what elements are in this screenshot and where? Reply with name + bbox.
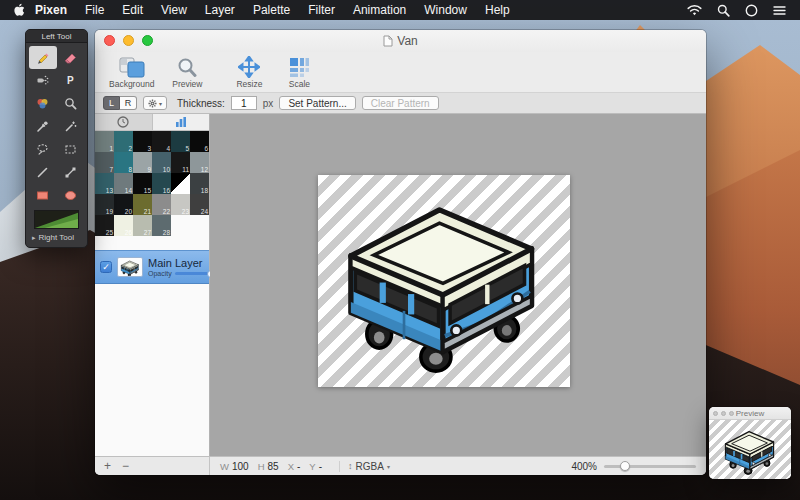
swatch-number: 12 bbox=[201, 166, 208, 173]
canvas-area[interactable] bbox=[210, 114, 706, 456]
palette-swatch-1[interactable]: 1 bbox=[95, 131, 114, 152]
palette-swatch-18[interactable]: 18 bbox=[190, 173, 209, 194]
menu-item-view[interactable]: View bbox=[152, 0, 196, 20]
menu-item-file[interactable]: File bbox=[76, 0, 113, 20]
menu-item-animation[interactable]: Animation bbox=[344, 0, 415, 20]
palette-swatch-13[interactable]: 13 bbox=[95, 173, 114, 194]
palette-swatch-20[interactable]: 20 bbox=[114, 194, 133, 215]
palette-swatch-11[interactable]: 11 bbox=[171, 152, 190, 173]
tab-history[interactable] bbox=[95, 114, 152, 130]
menu-item-layer[interactable]: Layer bbox=[196, 0, 244, 20]
menu-item-filter[interactable]: Filter bbox=[299, 0, 344, 20]
cursor-y-label: Y bbox=[309, 461, 315, 472]
remove-layer-button[interactable]: − bbox=[118, 459, 133, 474]
palette-swatch-5[interactable]: 5 bbox=[171, 131, 190, 152]
color-mode-control[interactable]: ↕ RGBA ▾ bbox=[339, 461, 390, 472]
palette-swatch-24[interactable]: 24 bbox=[190, 194, 209, 215]
preview-button[interactable]: Preview bbox=[170, 56, 204, 89]
palette-swatch-9[interactable]: 9 bbox=[133, 152, 152, 173]
resize-label: Resize bbox=[236, 79, 262, 89]
menu-item-help[interactable]: Help bbox=[476, 0, 519, 20]
clock-icon bbox=[117, 116, 129, 128]
palette-swatch-7[interactable]: 7 bbox=[95, 152, 114, 173]
pixel-canvas[interactable] bbox=[318, 175, 570, 387]
layer-row[interactable]: ✓ Main Layer Opacity 100% bbox=[95, 250, 209, 284]
layer-visibility-checkbox[interactable]: ✓ bbox=[100, 261, 112, 273]
user-icon[interactable] bbox=[745, 4, 758, 17]
preview-panel-titlebar[interactable]: Preview bbox=[709, 407, 791, 420]
thickness-label: Thickness: bbox=[177, 98, 225, 109]
preview-zoom-button[interactable] bbox=[729, 411, 734, 416]
menu-item-palette[interactable]: Palette bbox=[244, 0, 299, 20]
palette-swatch-14[interactable]: 14 bbox=[114, 173, 133, 194]
tool-rectangle[interactable] bbox=[29, 184, 57, 207]
right-tool-toggle[interactable]: ▸ Right Tool bbox=[26, 231, 87, 247]
pixel-art-van bbox=[326, 178, 560, 380]
palette-swatch-27[interactable]: 27 bbox=[133, 215, 152, 236]
tool-lasso[interactable] bbox=[29, 138, 57, 161]
tool-eyedropper[interactable] bbox=[29, 115, 57, 138]
palette-swatch-28[interactable]: 28 bbox=[152, 215, 171, 236]
window-content: 1234567891011121314151617181920212223242… bbox=[95, 114, 706, 456]
left-segment-button[interactable]: L bbox=[103, 96, 120, 110]
palette-swatch-6[interactable]: 6 bbox=[190, 131, 209, 152]
tool-text[interactable]: P bbox=[57, 69, 85, 92]
menu-item-pixen[interactable]: Pixen bbox=[35, 0, 76, 20]
layer-info: Main Layer Opacity 100% bbox=[148, 257, 204, 277]
set-pattern-button[interactable]: Set Pattern... bbox=[279, 96, 355, 110]
tool-eraser[interactable] bbox=[57, 46, 85, 69]
tool-airbrush[interactable] bbox=[29, 69, 57, 92]
palette-swatch-16[interactable]: 16 bbox=[152, 173, 171, 194]
palette-swatch-10[interactable]: 10 bbox=[152, 152, 171, 173]
preview-minimize-button[interactable] bbox=[721, 411, 726, 416]
scale-button[interactable]: Scale bbox=[282, 56, 316, 89]
zoom-slider[interactable] bbox=[604, 465, 696, 468]
color-mode-chevron-icon: ▾ bbox=[387, 463, 390, 470]
preview-icon bbox=[177, 56, 197, 78]
palette-swatch-19[interactable]: 19 bbox=[95, 194, 114, 215]
palette-swatch-3[interactable]: 3 bbox=[133, 131, 152, 152]
tool-rect-select[interactable] bbox=[57, 138, 85, 161]
tool-move[interactable] bbox=[57, 161, 85, 184]
tool-line[interactable] bbox=[29, 161, 57, 184]
menu-list-icon[interactable] bbox=[773, 5, 786, 16]
wifi-icon[interactable] bbox=[687, 5, 702, 16]
palette-swatch-17[interactable]: 17 bbox=[171, 173, 190, 194]
preview-panel[interactable]: Preview bbox=[709, 407, 791, 479]
menu-item-window[interactable]: Window bbox=[415, 0, 476, 20]
swatch-number: 26 bbox=[125, 229, 132, 236]
menu-item-edit[interactable]: Edit bbox=[113, 0, 152, 20]
apple-menu[interactable] bbox=[0, 3, 35, 17]
tool-ellipse[interactable] bbox=[57, 184, 85, 207]
background-button[interactable]: Background bbox=[109, 56, 154, 89]
tool-magic-wand[interactable] bbox=[57, 115, 85, 138]
palette-swatch-12[interactable]: 12 bbox=[190, 152, 209, 173]
palette-swatch-4[interactable]: 4 bbox=[152, 131, 171, 152]
swatch-number: 14 bbox=[125, 187, 132, 194]
tab-palette[interactable] bbox=[152, 114, 210, 130]
zoom-slider-knob[interactable] bbox=[620, 461, 630, 471]
thickness-input[interactable] bbox=[231, 96, 257, 110]
tool-zoom[interactable] bbox=[57, 92, 85, 115]
palette-swatch-21[interactable]: 21 bbox=[133, 194, 152, 215]
resize-button[interactable]: Resize bbox=[232, 56, 266, 89]
clear-pattern-button[interactable]: Clear Pattern bbox=[362, 96, 439, 110]
opacity-slider[interactable] bbox=[175, 272, 213, 275]
swatch-number: 27 bbox=[144, 229, 151, 236]
palette-swatch-2[interactable]: 2 bbox=[114, 131, 133, 152]
search-icon[interactable] bbox=[717, 4, 730, 17]
tool-swatch-mixer[interactable] bbox=[29, 92, 57, 115]
palette-swatch-25[interactable]: 25 bbox=[95, 215, 114, 236]
tool-pencil[interactable] bbox=[29, 46, 57, 69]
right-segment-button[interactable]: R bbox=[120, 96, 137, 110]
swatch-number: 15 bbox=[144, 187, 151, 194]
pattern-settings-button[interactable]: ▾ bbox=[143, 96, 167, 110]
palette-swatch-22[interactable]: 22 bbox=[152, 194, 171, 215]
add-layer-button[interactable]: + bbox=[100, 459, 115, 474]
window-titlebar[interactable]: Van bbox=[95, 30, 706, 52]
palette-swatch-23[interactable]: 23 bbox=[171, 194, 190, 215]
palette-swatch-8[interactable]: 8 bbox=[114, 152, 133, 173]
palette-swatch-26[interactable]: 26 bbox=[114, 215, 133, 236]
palette-swatch-15[interactable]: 15 bbox=[133, 173, 152, 194]
preview-close-button[interactable] bbox=[713, 411, 718, 416]
